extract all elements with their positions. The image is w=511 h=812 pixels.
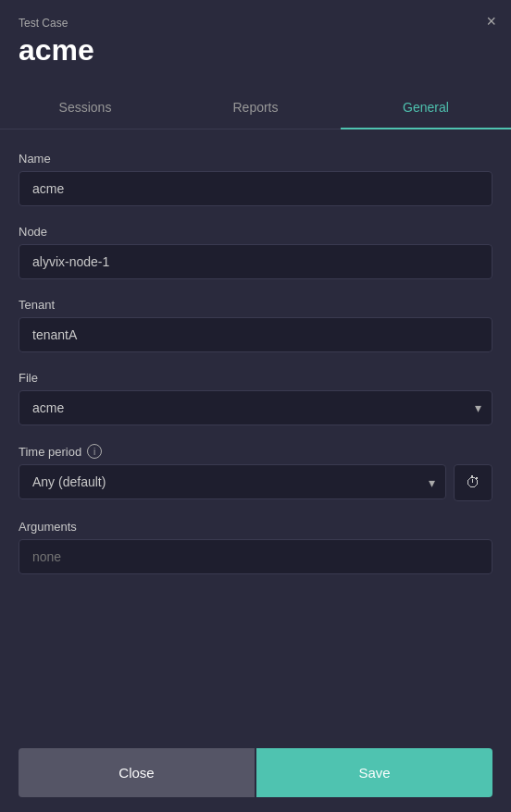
time-period-select[interactable]: Any (default)	[19, 464, 446, 499]
tenant-field-group: Tenant	[19, 298, 492, 352]
modal-body: Name Node Tenant File acme ▾ Tim	[0, 129, 511, 733]
node-input[interactable]	[19, 244, 492, 279]
time-period-calendar-button[interactable]: ⏱	[454, 464, 492, 501]
arguments-input[interactable]	[19, 539, 492, 574]
time-period-row: Any (default) ▾ ⏱	[19, 464, 492, 501]
tab-sessions[interactable]: Sessions	[0, 87, 170, 129]
save-button[interactable]: Save	[256, 748, 492, 797]
tenant-input[interactable]	[19, 317, 492, 352]
arguments-label: Arguments	[19, 520, 492, 534]
tab-reports[interactable]: Reports	[170, 87, 341, 129]
time-period-label-row: Time period i	[19, 444, 492, 459]
time-period-label: Time period	[19, 445, 81, 459]
modal-footer: Close Save	[0, 733, 511, 812]
time-period-field-group: Time period i Any (default) ▾ ⏱	[19, 444, 492, 501]
name-input[interactable]	[19, 171, 492, 206]
file-select-wrapper: acme ▾	[19, 390, 492, 425]
calendar-icon: ⏱	[466, 474, 480, 491]
name-field-group: Name	[19, 152, 492, 206]
close-button[interactable]: Close	[19, 748, 255, 797]
tab-general[interactable]: General	[341, 87, 511, 129]
close-icon-button[interactable]: ×	[486, 13, 496, 30]
file-select[interactable]: acme	[19, 390, 492, 425]
modal-header: Test Case acme ×	[0, 0, 511, 86]
modal-subtitle: Test Case	[19, 17, 492, 30]
tab-bar: Sessions Reports General	[0, 86, 511, 129]
node-field-group: Node	[19, 225, 492, 279]
tenant-label: Tenant	[19, 298, 492, 312]
file-label: File	[19, 371, 492, 385]
time-period-select-wrapper: Any (default) ▾	[19, 464, 446, 501]
node-label: Node	[19, 225, 492, 239]
time-period-info-icon[interactable]: i	[87, 444, 102, 459]
file-field-group: File acme ▾	[19, 371, 492, 425]
modal: Test Case acme × Sessions Reports Genera…	[0, 0, 511, 812]
modal-title: acme	[19, 33, 492, 68]
arguments-field-group: Arguments	[19, 520, 492, 574]
name-label: Name	[19, 152, 492, 166]
